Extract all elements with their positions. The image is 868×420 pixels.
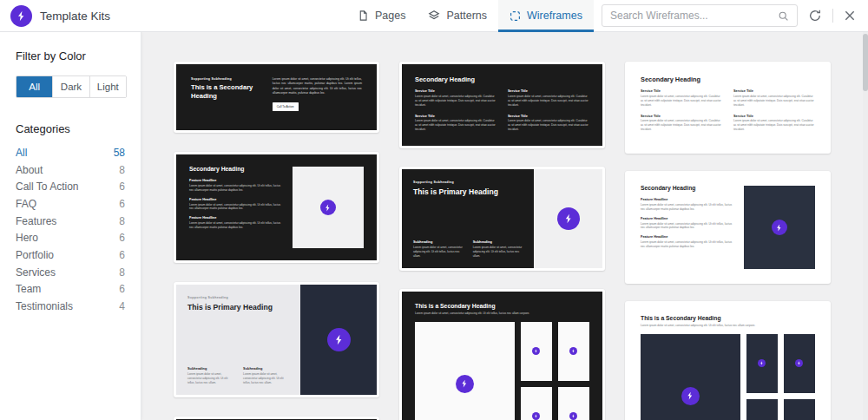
filter-all-button[interactable]: All [16,76,53,97]
categories-section: Categories All58 About8 Call To Action6 … [16,122,125,315]
brand: Template Kits [10,5,110,27]
placeholder-logo-icon [772,220,787,235]
thumb-cta-button: Call To Action [273,102,299,110]
category-testimonials[interactable]: Testimonials4 [16,298,125,315]
gallery-image-placeholder [558,387,589,420]
refresh-icon[interactable] [808,9,822,23]
grid-column-2: Secondary Heading Service TitleLorem ips… [399,62,605,420]
category-services[interactable]: Services8 [16,264,125,281]
category-count: 8 [119,266,125,279]
app-title: Template Kits [40,10,110,23]
thumb-heading: Secondary Heading [641,185,734,191]
filter-light-button[interactable]: Light [90,76,126,97]
category-count: 8 [119,215,125,227]
category-call-to-action[interactable]: Call To Action6 [16,178,125,195]
placeholder-logo-icon [532,347,540,355]
category-team[interactable]: Team6 [16,281,125,299]
category-count: 58 [114,147,125,159]
category-count: 4 [119,300,125,312]
thumb-heading: This is Primary Heading [187,303,289,312]
tab-patterns[interactable]: Patterns [417,0,498,31]
search-icon [778,10,789,22]
color-filter-segmented-control: All Dark Light [16,75,127,98]
top-bar-actions [602,4,856,27]
gallery-image-placeholder [415,322,515,420]
placeholder-logo-icon [532,412,540,420]
tab-bar: Pages Patterns Wireframes [346,0,594,31]
thumb-heading: This is Primary Heading [413,187,523,196]
category-features[interactable]: Features8 [16,213,125,230]
tab-label: Pages [375,10,405,22]
wireframe-card-hero-light[interactable]: Supporting Subheading This is Primary He… [174,282,379,397]
category-count: 6 [119,249,125,261]
starter-templates-logo-icon [10,5,32,27]
placeholder-logo-icon [557,207,580,230]
gallery-image-placeholder [521,322,552,381]
wireframe-card-gallery-light[interactable]: This is a Secondary Heading Lorem ipsum … [625,301,831,420]
category-count: 6 [119,180,125,193]
thumb-heading: This is a Secondary Heading [641,315,815,321]
tab-wireframes[interactable]: Wireframes [498,0,594,31]
wireframe-card-features-light[interactable]: Secondary Heading Feature Headline Lorem… [625,171,831,284]
tab-label: Wireframes [527,10,582,22]
search-input[interactable] [610,10,778,22]
thumb-image-placeholder [300,285,377,395]
gallery-image-placeholder [641,334,740,420]
placeholder-logo-icon [456,375,474,393]
page-icon [358,10,369,22]
category-portfolio[interactable]: Portfolio6 [16,246,125,264]
category-hero[interactable]: Hero6 [16,229,125,246]
gallery-image-placeholder [558,322,589,381]
filter-by-color-title: Filter by Color [16,49,125,62]
category-count: 6 [119,232,125,244]
placeholder-logo-icon [320,200,336,215]
placeholder-logo-icon [569,347,577,355]
thumb-heading: Secondary Heading [415,75,589,83]
category-count: 8 [119,164,125,176]
thumb-eyebrow: Supporting Subheading [191,77,263,81]
close-icon[interactable] [844,10,856,22]
wireframe-card-cta-dark[interactable]: Supporting Subheading This is a Secondar… [174,62,379,133]
wireframe-card-hero-dark[interactable]: Supporting Subheading This is Primary He… [399,167,605,271]
filter-sidebar: Filter by Color All Dark Light Categorie… [0,32,141,420]
top-bar: Template Kits Pages Patterns Wireframes [0,0,868,32]
gallery-image-placeholder [784,399,815,420]
gallery-image-placeholder [521,387,552,420]
gallery-image-placeholder [746,334,778,393]
category-count: 6 [119,283,125,295]
wireframes-grid: Supporting Subheading This is a Secondar… [141,32,868,420]
tab-label: Patterns [446,10,487,22]
thumb-image-placeholder [744,186,815,269]
vertical-scrollbar[interactable] [863,32,868,420]
wireframe-icon [510,10,521,22]
thumb-heading: This is a Secondary Heading [415,303,589,309]
tab-pages[interactable]: Pages [346,0,417,31]
divider [832,9,833,23]
category-all[interactable]: All58 [16,144,125,161]
gallery-image-placeholder [784,334,815,393]
category-about[interactable]: About8 [16,161,125,179]
categories-title: Categories [16,122,125,135]
thumb-image-placeholder [534,169,602,268]
placeholder-logo-icon [327,328,351,351]
category-count: 6 [119,198,125,210]
scrollbar-thumb[interactable] [863,34,868,91]
placeholder-logo-icon [569,412,577,420]
placeholder-logo-icon [758,359,766,367]
wireframe-card-features-dark[interactable]: Secondary Heading Feature Headline Lorem… [174,152,379,263]
gallery-image-placeholder [746,399,778,420]
thumb-heading: Secondary Heading [189,166,283,172]
wireframe-card-services-dark[interactable]: Secondary Heading Service TitleLorem ips… [399,62,605,148]
thumb-heading: This is a Secondary Heading [191,83,263,101]
wireframe-card-services-light[interactable]: Secondary Heading Service TitleLorem ips… [625,62,831,154]
placeholder-logo-icon [681,387,700,405]
thumb-body: Lorem ipsum dolor sit amet, consectetur … [273,77,362,95]
category-faq[interactable]: FAQ6 [16,195,125,213]
wireframe-card-gallery-dark[interactable]: This is a Secondary Heading Lorem ipsum … [399,289,605,420]
grid-column-3: Secondary Heading Service TitleLorem ips… [625,62,831,420]
thumb-image-placeholder [293,167,364,248]
filter-dark-button[interactable]: Dark [53,76,89,97]
placeholder-logo-icon [795,359,803,367]
wireframe-card-partial[interactable] [174,417,379,420]
grid-column-1: Supporting Subheading This is a Secondar… [174,62,379,420]
